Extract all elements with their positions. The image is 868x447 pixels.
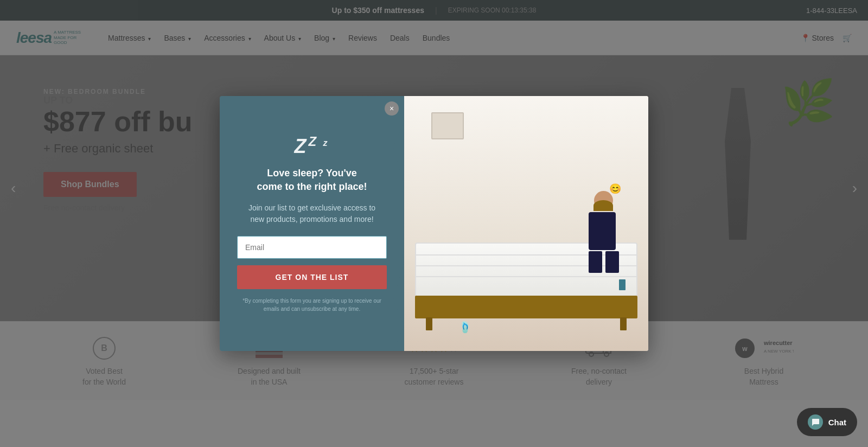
email-input[interactable] [237,236,387,259]
bed-leg-left [426,317,432,330]
bed-leg-right [620,317,627,330]
bedroom-image: 🩴 😊 [404,96,648,351]
legal-text: *By completing this form you are signing… [242,297,381,313]
leesa-tag [619,279,626,290]
chat-label: Chat [828,418,846,427]
modal-close-button[interactable]: × [385,101,399,116]
modal-right-panel: 🩴 😊 [404,96,648,351]
chat-widget[interactable]: Chat [797,408,857,436]
bed-frame [415,296,637,318]
modal-left-panel: × ZZ z Love sleep? You'vecome to the rig… [220,96,404,351]
wall-art [431,112,464,139]
modal-subtext: Join our list to get exclusive access to… [248,202,375,225]
smile: 😊 [609,183,621,195]
email-modal: × ZZ z Love sleep? You'vecome to the rig… [220,96,648,351]
chat-icon [808,414,823,430]
person-silhouette [589,191,627,267]
modal-overlay[interactable]: × ZZ z Love sleep? You'vecome to the rig… [0,0,868,447]
modal-headline: Love sleep? You'vecome to the right plac… [257,167,367,194]
get-on-list-button[interactable]: GET ON THE LIST [237,265,387,289]
zzz-decoration: ZZ z [294,134,329,158]
slippers: 🩴 [458,321,472,334]
